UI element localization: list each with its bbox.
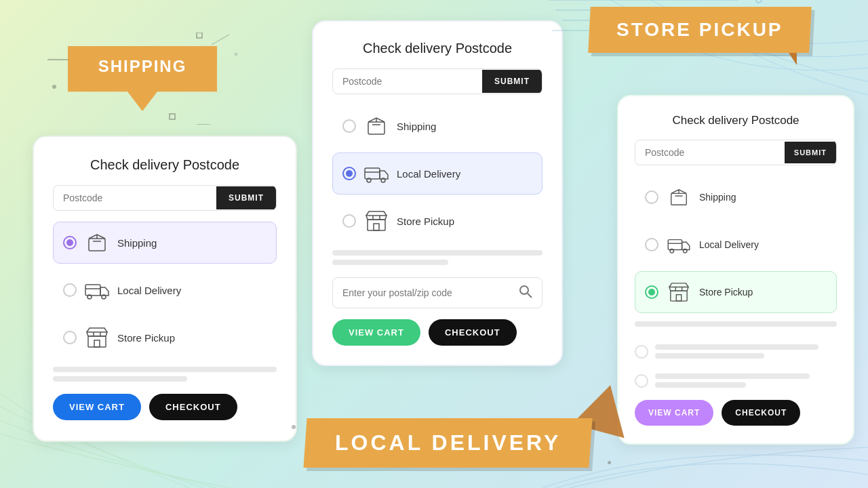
option-shipping-label-center: Shipping [397,121,436,132]
buttons-row-center: VIEW CART CHECKOUT [332,319,542,346]
shipping-banner: SHIPPING [68,46,217,111]
postcode-input-right[interactable] [635,140,785,165]
postcode-row-left: SUBMIT [53,185,277,211]
svg-rect-2 [170,114,175,119]
radio-local-delivery-right [645,238,658,251]
svg-rect-43 [671,291,687,301]
radio-local-delivery-center [342,167,356,180]
option-local-delivery-right[interactable]: Local Delivery [635,224,837,266]
radio-store-pickup-center [342,214,356,228]
svg-rect-1 [197,33,202,38]
card-right: Check delivery Postcode SUBMIT Shipping [617,95,854,445]
checkout-button-left[interactable]: CHECKOUT [149,394,237,420]
option-shipping-label-right: Shipping [699,192,736,203]
search-row-center [332,277,542,308]
svg-point-9 [756,0,762,3]
truck-icon-right [667,232,691,257]
svg-rect-44 [676,295,682,301]
radio-shipping-left [63,236,77,249]
option-local-delivery-label-center: Local Delivery [397,168,460,180]
truck-icon-left [85,278,109,302]
box-icon-center [364,114,389,138]
local-delivery-banner: LOCAL DELIVERY [305,418,591,468]
postcode-row-right: SUBMIT [635,140,837,165]
radio-local-delivery-left [63,283,77,297]
store-pickup-banner: STORE PICKUP [589,7,810,53]
svg-rect-36 [671,193,687,205]
search-input-center[interactable] [342,287,519,298]
radio-store-pickup-right [645,285,658,299]
option-local-delivery-label-left: Local Delivery [117,285,181,296]
view-cart-button-left[interactable]: VIEW CART [53,394,141,420]
submit-button-right[interactable]: SUBMIT [785,142,836,163]
card-center-title: Check delivery Postcode [332,41,542,56]
option-local-delivery-label-right: Local Delivery [699,239,759,250]
checkout-button-right[interactable]: CHECKOUT [722,400,800,426]
option-store-pickup-label-center: Store Pickup [397,216,454,227]
radio-shipping-right [645,190,658,204]
svg-point-3 [52,85,56,89]
skeleton-right [635,321,837,327]
skeleton-center [332,250,542,265]
card-right-title: Check delivery Postcode [635,114,837,127]
card-left: Check delivery Postcode SUBMIT Shipping [33,136,297,442]
svg-point-34 [520,286,528,294]
svg-rect-19 [88,336,106,347]
radio-shipping-center [342,119,356,133]
box-icon-right [667,185,691,209]
svg-rect-12 [89,239,105,251]
option-shipping-left[interactable]: Shipping [53,222,277,264]
card-left-title: Check delivery Postcode [53,157,277,173]
box-icon-left [85,230,109,255]
option-store-pickup-label-left: Store Pickup [117,332,175,344]
option-shipping-label-left: Shipping [117,237,157,249]
store-icon-center [364,209,389,233]
option-store-pickup-label-right: Store Pickup [699,287,753,298]
view-cart-button-center[interactable]: VIEW CART [332,319,420,346]
submit-button-center[interactable]: SUBMIT [482,70,542,93]
card-center: Check delivery Postcode SUBMIT Shipping [312,20,563,366]
store-pickup-banner-text: STORE PICKUP [616,19,783,41]
postcode-input-center[interactable] [333,69,482,94]
checkout-button-center[interactable]: CHECKOUT [429,319,517,346]
local-delivery-banner-text: LOCAL DELIVERY [335,430,561,455]
truck-icon-center [364,161,389,186]
svg-rect-23 [368,122,384,134]
postcode-row-center: SUBMIT [332,68,542,94]
svg-line-35 [528,293,532,298]
view-cart-button-right[interactable]: VIEW CART [635,400,713,426]
buttons-row-right: VIEW CART CHECKOUT [635,400,837,426]
postcode-input-left[interactable] [54,186,216,210]
shipping-banner-text: SHIPPING [90,57,195,89]
option-local-delivery-left[interactable]: Local Delivery [53,269,277,311]
skeleton-left [53,367,277,382]
buttons-row-left: VIEW CART CHECKOUT [53,394,277,420]
store-icon-left [85,325,109,350]
svg-rect-31 [374,224,379,230]
radio-store-pickup-left [63,331,77,344]
svg-rect-20 [94,340,100,347]
option-store-pickup-left[interactable]: Store Pickup [53,317,277,359]
option-store-pickup-right[interactable]: Store Pickup [635,271,837,313]
skeleton-row-1 [635,339,837,364]
store-icon-right [667,280,691,304]
option-local-delivery-center[interactable]: Local Delivery [332,152,542,195]
option-shipping-right[interactable]: Shipping [635,176,837,218]
svg-rect-39 [668,240,682,250]
skeleton-row-2 [635,368,837,393]
option-shipping-center[interactable]: Shipping [332,105,542,147]
submit-button-left[interactable]: SUBMIT [216,186,276,209]
svg-rect-30 [368,220,385,230]
svg-rect-26 [365,168,380,179]
svg-rect-15 [85,285,100,296]
option-store-pickup-center[interactable]: Store Pickup [332,200,542,242]
search-icon[interactable] [519,285,532,301]
